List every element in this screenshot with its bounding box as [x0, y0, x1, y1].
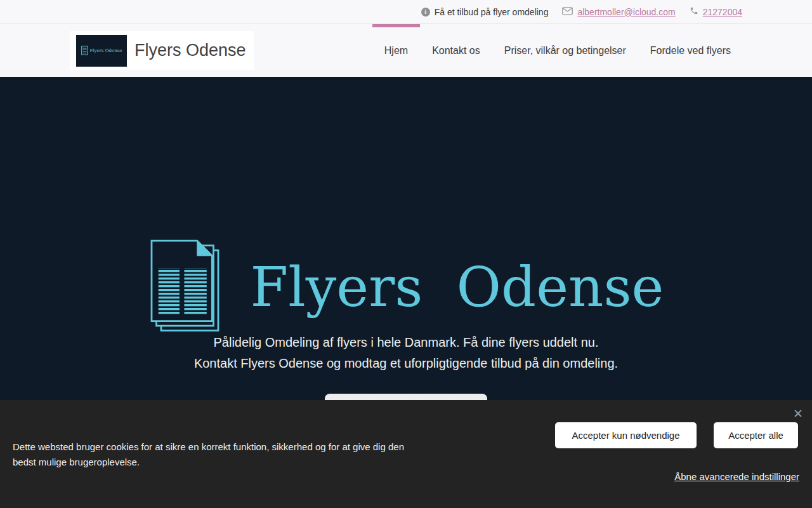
mail-icon — [562, 7, 573, 17]
email-link[interactable]: albertmoller@icloud.com — [577, 7, 675, 17]
info-icon: i — [421, 8, 430, 17]
accept-all-button[interactable]: Accepter alle — [714, 422, 798, 448]
nav-item-priser-vilkaar[interactable]: Priser, vilkår og betingelser — [492, 24, 638, 77]
close-icon[interactable]: ✕ — [793, 408, 803, 420]
site-title: Flyers Odense — [134, 41, 246, 60]
hero-tagline: Pålidelig Omdeling af flyers i hele Danm… — [0, 332, 812, 374]
accept-necessary-button[interactable]: Accepter kun nødvendige — [555, 422, 697, 448]
topbar-email: albertmoller@icloud.com — [562, 7, 675, 17]
nav-item-fordele[interactable]: Fordele ved flyers — [638, 24, 743, 77]
cookie-banner: ✕ Dette websted bruger cookies for at si… — [0, 400, 812, 508]
active-tab-indicator — [372, 24, 420, 27]
hero-tagline-line2: Kontakt Flyers Odense og modtag et uforp… — [0, 353, 812, 374]
cookie-message: Dette websted bruger cookies for at sikr… — [13, 439, 422, 470]
logo-card[interactable]: Flyers Odense Flyers Odense — [70, 31, 254, 70]
topbar-phone: 21272004 — [690, 6, 742, 17]
logo-image: Flyers Odense — [76, 35, 127, 67]
topbar: i Få et tilbud på flyer omdeling albertm… — [0, 0, 812, 24]
flyers-stack-icon — [148, 239, 221, 335]
site-header: Flyers Odense Flyers Odense Hjem Kontakt… — [0, 24, 812, 77]
hero-logo: Flyers Odense — [0, 239, 812, 335]
advanced-settings-link[interactable]: Åbne avancerede indstillinger — [674, 471, 799, 482]
topbar-offer: i Få et tilbud på flyer omdeling — [421, 7, 549, 17]
phone-icon — [690, 6, 698, 17]
main-nav: Hjem Kontakt os Priser, vilkår og beting… — [372, 24, 743, 77]
logo-image-page-icon — [81, 46, 88, 55]
logo-image-text: Flyers Odense — [90, 48, 122, 53]
cookie-buttons: Accepter kun nødvendige Accepter alle — [555, 422, 798, 448]
topbar-tagline: Få et tilbud på flyer omdeling — [435, 7, 549, 17]
nav-item-kontakt-os[interactable]: Kontakt os — [420, 24, 492, 77]
hero-tagline-line1: Pålidelig Omdeling af flyers i hele Danm… — [0, 332, 812, 353]
phone-link[interactable]: 21272004 — [703, 7, 742, 17]
hero-logo-title: Flyers Odense — [251, 239, 664, 335]
nav-item-hjem[interactable]: Hjem — [372, 24, 420, 77]
